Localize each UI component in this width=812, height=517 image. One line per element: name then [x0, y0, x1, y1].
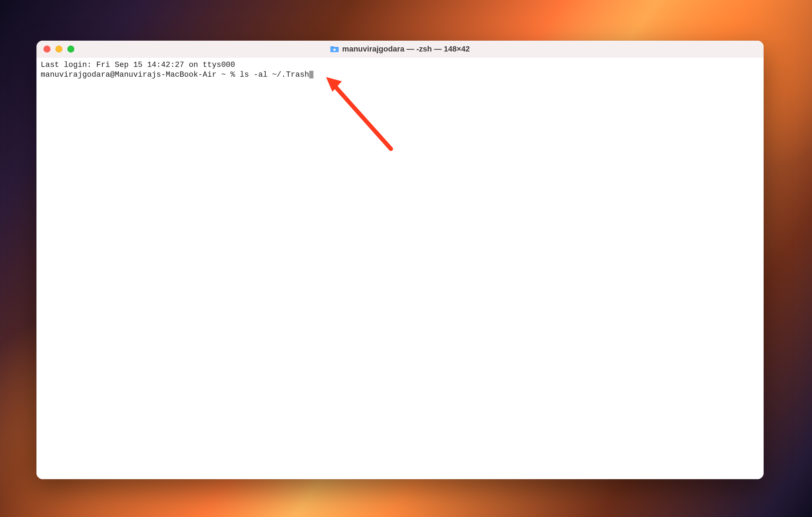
traffic-lights	[36, 46, 74, 53]
terminal-output-line: Last login: Fri Sep 15 14:42:27 on ttys0…	[41, 60, 759, 70]
text-cursor	[309, 71, 313, 78]
terminal-window: manuvirajgodara — -zsh — 148×42 Last log…	[36, 41, 764, 479]
window-titlebar[interactable]: manuvirajgodara — -zsh — 148×42	[36, 41, 764, 57]
fullscreen-button[interactable]	[67, 46, 74, 53]
folder-icon	[330, 46, 339, 53]
window-title-group: manuvirajgodara — -zsh — 148×42	[330, 44, 470, 54]
svg-rect-0	[333, 49, 336, 51]
minimize-button[interactable]	[55, 46, 62, 53]
close-button[interactable]	[43, 46, 50, 53]
terminal-prompt-line: manuvirajgodara@Manuvirajs-MacBook-Air ~…	[41, 70, 759, 80]
terminal-content-area[interactable]: Last login: Fri Sep 15 14:42:27 on ttys0…	[36, 57, 764, 479]
typed-command: ls -al ~/.Trash	[240, 70, 309, 79]
window-title-text: manuvirajgodara — -zsh — 148×42	[342, 44, 470, 54]
shell-prompt: manuvirajgodara@Manuvirajs-MacBook-Air ~…	[41, 70, 240, 79]
